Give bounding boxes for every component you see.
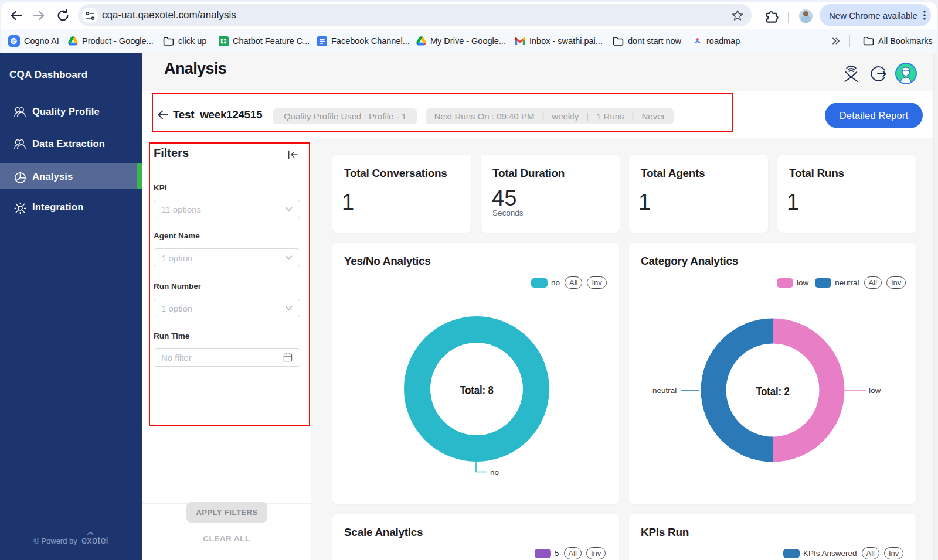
- svg-text:no: no: [490, 468, 499, 477]
- svg-text:low: low: [869, 386, 881, 395]
- svg-text:neutral: neutral: [652, 386, 677, 395]
